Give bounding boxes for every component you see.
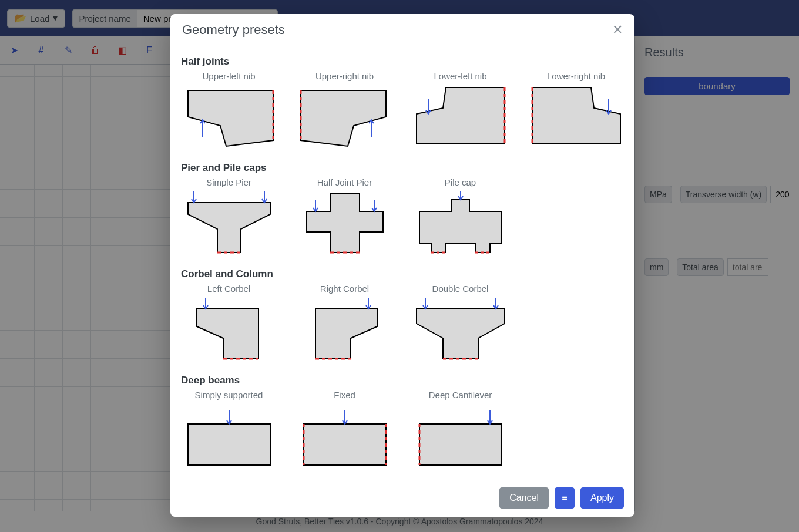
preset-label: Simply supported — [195, 390, 263, 400]
svg-rect-40 — [419, 424, 502, 465]
preset-pile-cap[interactable]: Pile cap — [412, 177, 508, 255]
preset-thumb-icon — [414, 191, 508, 255]
svg-marker-16 — [307, 194, 383, 252]
preset-fixed[interactable]: Fixed — [297, 390, 392, 468]
preset-lower-right-nib[interactable]: Lower-right nib — [528, 71, 624, 149]
modal-body[interactable]: Half joints Upper-left nib Upper-rig — [170, 46, 634, 479]
preset-label: Right Corbel — [320, 284, 369, 294]
preset-thumb-icon — [182, 191, 276, 255]
preset-label: Lower-right nib — [547, 71, 605, 81]
preset-label: Fixed — [334, 390, 355, 400]
preset-thumb-icon — [414, 85, 508, 149]
preset-grid-corbel: Left Corbel Right Corbel — [181, 284, 624, 362]
svg-marker-20 — [419, 200, 502, 252]
svg-marker-30 — [417, 309, 505, 359]
preset-thumb-icon — [298, 85, 392, 149]
preset-double-corbel[interactable]: Double Corbel — [412, 284, 508, 362]
preset-thumb-icon — [182, 85, 276, 149]
apply-button[interactable]: Apply — [580, 487, 624, 509]
svg-marker-9 — [532, 87, 620, 143]
svg-rect-36 — [304, 424, 386, 465]
svg-marker-12 — [188, 203, 270, 252]
svg-marker-27 — [315, 309, 377, 359]
preset-thumb-icon — [529, 85, 623, 149]
modal-header: Geometry presets ✕ — [170, 14, 634, 46]
preset-label: Lower-left nib — [434, 71, 486, 81]
preset-thumb-icon — [414, 403, 508, 468]
modal-title: Geometry presets — [182, 22, 285, 38]
preset-label: Double Corbel — [432, 284, 489, 294]
close-icon[interactable]: ✕ — [612, 23, 623, 36]
preset-label: Half Joint Pier — [317, 177, 372, 187]
preset-thumb-icon — [298, 191, 392, 255]
app-root: 📂 Load ▾ Project name ➤ # ✎ 🗑 ◧ F % Resu… — [0, 0, 799, 532]
svg-marker-24 — [197, 309, 258, 359]
preset-grid-half-joints: Upper-left nib Upper-right nib — [181, 71, 624, 149]
preset-lower-left-nib[interactable]: Lower-left nib — [412, 71, 508, 149]
preset-right-corbel[interactable]: Right Corbel — [297, 284, 392, 362]
svg-marker-6 — [417, 87, 505, 143]
preset-simple-pier[interactable]: Simple Pier — [181, 177, 277, 255]
preset-label: Simple Pier — [206, 177, 251, 187]
preset-grid-deep-beams: Simply supported Fixed — [181, 390, 624, 468]
preset-thumb-icon — [414, 297, 508, 362]
preset-label: Deep Cantilever — [429, 390, 492, 400]
preset-grid-pier-pile: Simple Pier Half Joint Pier — [181, 177, 624, 255]
section-title-pier-pile: Pier and Pile caps — [181, 162, 624, 174]
preset-deep-cantilever[interactable]: Deep Cantilever — [412, 390, 508, 468]
cancel-button[interactable]: Cancel — [499, 487, 549, 509]
svg-marker-0 — [188, 90, 273, 146]
section-title-half-joints: Half joints — [181, 56, 624, 68]
align-left-icon: ≡ — [562, 493, 567, 503]
preset-thumb-icon — [182, 403, 276, 468]
section-title-corbel: Corbel and Column — [181, 268, 624, 280]
svg-marker-3 — [301, 90, 386, 146]
preset-simply-supported[interactable]: Simply supported — [181, 390, 277, 468]
preset-upper-right-nib[interactable]: Upper-right nib — [297, 71, 392, 149]
preset-upper-left-nib[interactable]: Upper-left nib — [181, 71, 277, 149]
svg-rect-34 — [188, 424, 270, 465]
preset-label: Pile cap — [445, 177, 476, 187]
preset-label: Upper-left nib — [202, 71, 255, 81]
preset-thumb-icon — [182, 297, 276, 362]
align-button[interactable]: ≡ — [555, 487, 575, 509]
section-title-deep-beams: Deep beams — [181, 375, 624, 386]
preset-half-joint-pier[interactable]: Half Joint Pier — [297, 177, 392, 255]
preset-thumb-icon — [298, 297, 392, 362]
modal-footer: Cancel ≡ Apply — [170, 479, 634, 517]
preset-label: Upper-right nib — [315, 71, 374, 81]
preset-thumb-icon — [298, 403, 392, 468]
preset-label: Left Corbel — [207, 284, 250, 294]
geometry-presets-modal: Geometry presets ✕ Half joints Upper-lef… — [170, 14, 634, 517]
preset-left-corbel[interactable]: Left Corbel — [181, 284, 277, 362]
